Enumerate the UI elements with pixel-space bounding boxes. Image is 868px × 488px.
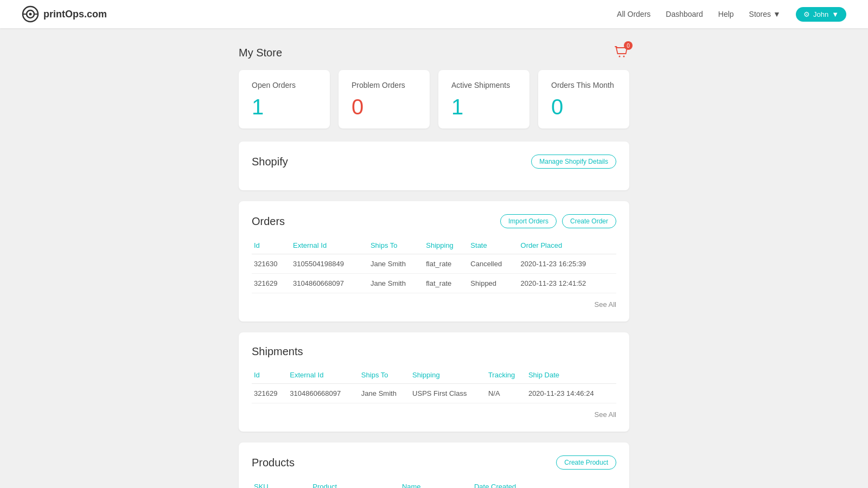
products-panel: Products Create Product SKU Product Name… [239, 442, 629, 488]
stat-card-problem-orders: Problem Orders 0 [339, 70, 430, 129]
order-placed: 2020-11-23 16:25:39 [519, 254, 616, 274]
order-external-id: 3105504198849 [291, 254, 368, 274]
prod-col-date-created: Date Created [472, 478, 616, 488]
products-title: Products [252, 457, 295, 469]
order-ships-to: Jane Smith [368, 274, 424, 293]
stat-card-active-shipments: Active Shipments 1 [438, 70, 529, 129]
products-table-header-row: SKU Product Name Date Created [252, 478, 616, 488]
brand-logo[interactable]: printOps.com [22, 5, 107, 23]
nav-dashboard[interactable]: Dashboard [666, 10, 703, 18]
shipments-panel: Shipments Id External Id Ships To Shippi… [239, 332, 629, 432]
table-row[interactable]: 321630 3105504198849 Jane Smith flat_rat… [252, 254, 616, 274]
import-orders-button[interactable]: Import Orders [500, 214, 557, 228]
shipments-table: Id External Id Ships To Shipping Trackin… [252, 367, 616, 403]
shipments-see-all-link[interactable]: See All [595, 410, 616, 419]
shipments-table-header-row: Id External Id Ships To Shipping Trackin… [252, 367, 616, 384]
stat-label-1: Problem Orders [352, 81, 417, 89]
stat-cards: Open Orders 1 Problem Orders 0 Active Sh… [239, 70, 629, 129]
orders-panel: Orders Import Orders Create Order Id Ext… [239, 201, 629, 322]
shipments-see-all-row: See All [252, 403, 616, 419]
orders-table: Id External Id Ships To Shipping State O… [252, 237, 616, 293]
stat-label-2: Active Shipments [451, 81, 516, 89]
shopify-header: Shopify Manage Shopify Details [252, 155, 616, 169]
nav-help[interactable]: Help [718, 10, 734, 18]
ship-col-external-id: External Id [288, 367, 359, 384]
stat-card-open-orders: Open Orders 1 [239, 70, 330, 129]
shipments-title: Shipments [252, 345, 303, 358]
shipment-external-id: 3104860668097 [288, 384, 359, 403]
navbar-links: All Orders Dashboard Help Stores ▼ ⚙ Joh… [617, 7, 846, 22]
products-header: Products Create Product [252, 455, 616, 470]
shipment-id: 321629 [252, 384, 288, 403]
shipment-tracking: N/A [486, 384, 526, 403]
chevron-down-icon: ▼ [773, 10, 781, 18]
page-header: My Store 0 [239, 44, 629, 61]
stat-value-1: 0 [352, 96, 417, 118]
nav-all-orders[interactable]: All Orders [617, 10, 650, 18]
order-shipping: flat_rate [424, 274, 468, 293]
order-id: 321630 [252, 254, 291, 274]
orders-title: Orders [252, 215, 285, 228]
svg-point-2 [29, 13, 32, 16]
create-product-button[interactable]: Create Product [556, 455, 616, 470]
stat-label-3: Orders This Month [551, 81, 616, 89]
order-state: Shipped [468, 274, 518, 293]
table-row[interactable]: 321629 3104860668097 Jane Smith flat_rat… [252, 274, 616, 293]
prod-col-name: Name [400, 478, 472, 488]
orders-see-all-link[interactable]: See All [595, 300, 616, 309]
order-ships-to: Jane Smith [368, 254, 424, 274]
cart-button[interactable]: 0 [614, 44, 629, 61]
col-header-state: State [468, 237, 518, 254]
svg-point-6 [623, 56, 625, 57]
ship-col-id: Id [252, 367, 288, 384]
order-id: 321629 [252, 274, 291, 293]
col-header-id: Id [252, 237, 291, 254]
stores-dropdown-button[interactable]: Stores ▼ [749, 10, 781, 18]
page-title: My Store [239, 47, 282, 59]
stat-value-3: 0 [551, 96, 616, 118]
cart-badge: 0 [624, 41, 633, 50]
orders-see-all-row: See All [252, 293, 616, 309]
order-external-id: 3104860668097 [291, 274, 368, 293]
shopify-title: Shopify [252, 156, 288, 168]
shopify-panel: Shopify Manage Shopify Details [239, 142, 629, 190]
shipment-shipping: USPS First Class [410, 384, 486, 403]
shipment-ship-date: 2020-11-23 14:46:24 [526, 384, 616, 403]
orders-header: Orders Import Orders Create Order [252, 214, 616, 228]
order-shipping: flat_rate [424, 254, 468, 274]
brand-name: printOps.com [43, 9, 107, 20]
table-row[interactable]: 321629 3104860668097 Jane Smith USPS Fir… [252, 384, 616, 403]
products-table: SKU Product Name Date Created [252, 478, 616, 488]
order-placed: 2020-11-23 12:41:52 [519, 274, 616, 293]
user-menu-button[interactable]: ⚙ John ▼ [796, 7, 846, 22]
orders-table-header-row: Id External Id Ships To Shipping State O… [252, 237, 616, 254]
navbar: printOps.com All Orders Dashboard Help S… [0, 0, 868, 28]
ship-col-tracking: Tracking [486, 367, 526, 384]
stat-value-2: 1 [451, 96, 516, 118]
orders-actions: Import Orders Create Order [500, 214, 616, 228]
order-state: Cancelled [468, 254, 518, 274]
col-header-ships-to: Ships To [368, 237, 424, 254]
svg-point-5 [619, 56, 621, 57]
ship-col-ships-to: Ships To [359, 367, 410, 384]
col-header-shipping: Shipping [424, 237, 468, 254]
prod-col-sku: SKU [252, 478, 310, 488]
gear-icon: ⚙ [803, 10, 810, 18]
main-content: My Store 0 Open Orders 1 Problem Orders … [228, 28, 640, 488]
manage-shopify-button[interactable]: Manage Shopify Details [531, 155, 616, 169]
shipment-ships-to: Jane Smith [359, 384, 410, 403]
prod-col-product: Product [310, 478, 400, 488]
stat-card-orders-this-month: Orders This Month 0 [538, 70, 629, 129]
stat-label-0: Open Orders [252, 81, 317, 89]
col-header-external-id: External Id [291, 237, 368, 254]
col-header-order-placed: Order Placed [519, 237, 616, 254]
brand-icon [22, 5, 39, 23]
shipments-header: Shipments [252, 345, 616, 358]
ship-col-ship-date: Ship Date [526, 367, 616, 384]
chevron-down-icon: ▼ [832, 10, 839, 18]
create-order-button[interactable]: Create Order [562, 214, 616, 228]
stat-value-0: 1 [252, 96, 317, 118]
ship-col-shipping: Shipping [410, 367, 486, 384]
